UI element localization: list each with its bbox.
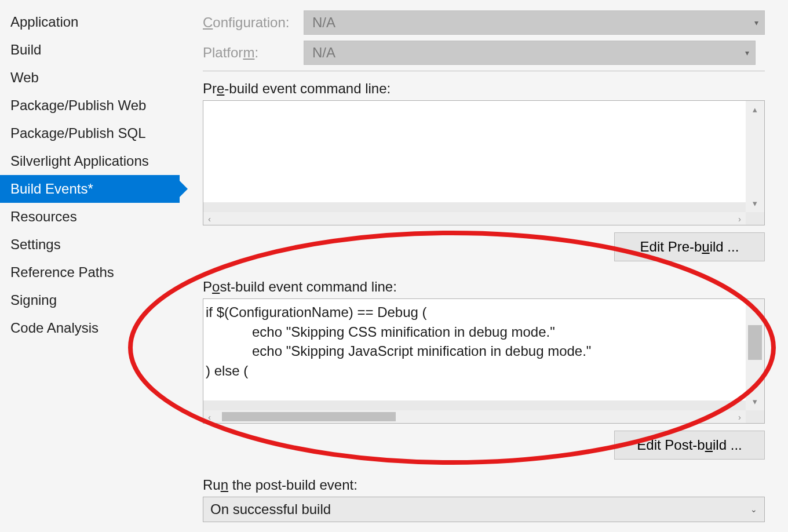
sidebar-item-web[interactable]: Web <box>0 64 180 92</box>
arrow-down-icon[interactable]: ▾ <box>753 396 757 407</box>
sidebar: Application Build Web Package/Publish We… <box>0 0 180 532</box>
edit-prebuild-button[interactable]: Edit Pre-build ... <box>614 232 765 261</box>
scrollbar-vertical[interactable]: ▴ ▾ <box>746 299 764 410</box>
postbuild-textarea-wrap: if $(ConfigurationName) == Debug ( echo … <box>203 298 765 424</box>
chevron-down-icon: ⌄ <box>750 505 757 514</box>
arrow-up-icon[interactable]: ▴ <box>753 303 757 313</box>
run-postbuild-label: Run the post-build event: <box>203 477 765 493</box>
sidebar-item-reference-paths[interactable]: Reference Paths <box>0 258 180 286</box>
sidebar-item-application[interactable]: Application <box>0 8 180 36</box>
sidebar-item-silverlight-applications[interactable]: Silverlight Applications <box>0 147 180 175</box>
run-postbuild-value: On successful build <box>210 501 331 518</box>
scrollbar-thumb[interactable] <box>748 325 762 360</box>
arrow-right-icon[interactable]: › <box>738 412 741 422</box>
configuration-value: N/A <box>312 14 335 31</box>
chevron-down-icon: ▾ <box>745 48 749 57</box>
prebuild-label: Pre-build event command line: <box>203 81 765 97</box>
sidebar-item-build-events[interactable]: Build Events* <box>0 175 180 203</box>
postbuild-textarea[interactable]: if $(ConfigurationName) == Debug ( echo … <box>203 299 746 400</box>
run-postbuild-select[interactable]: On successful build ⌄ <box>203 497 765 522</box>
sidebar-item-settings[interactable]: Settings <box>0 231 180 258</box>
arrow-left-icon[interactable]: ‹ <box>208 214 211 224</box>
sidebar-item-package-publish-web[interactable]: Package/Publish Web <box>0 92 180 119</box>
main-panel: Configuration: N/A ▾ Platform: N/A ▾ Pre… <box>180 0 788 532</box>
sidebar-item-resources[interactable]: Resources <box>0 203 180 231</box>
configuration-select: N/A ▾ <box>304 10 765 35</box>
prebuild-textarea-wrap: ▴ ▾ ‹ › <box>203 100 765 225</box>
divider <box>203 71 765 71</box>
sidebar-item-signing[interactable]: Signing <box>0 286 180 314</box>
sidebar-item-code-analysis[interactable]: Code Analysis <box>0 314 180 342</box>
scrollbar-vertical[interactable]: ▴ ▾ <box>746 101 764 212</box>
prebuild-textarea[interactable] <box>203 101 746 202</box>
scrollbar-horizontal[interactable]: ‹ › <box>203 410 746 423</box>
platform-label: Platform: <box>203 45 304 61</box>
platform-value: N/A <box>312 45 335 61</box>
postbuild-label: Post-build event command line: <box>203 279 765 295</box>
configuration-label: Configuration: <box>203 14 304 31</box>
arrow-left-icon[interactable]: ‹ <box>208 412 211 422</box>
arrow-down-icon[interactable]: ▾ <box>753 198 757 209</box>
chevron-down-icon: ▾ <box>754 18 758 27</box>
scrollbar-horizontal[interactable]: ‹ › <box>203 212 746 225</box>
arrow-right-icon[interactable]: › <box>738 214 741 224</box>
edit-postbuild-button[interactable]: Edit Post-build ... <box>614 431 765 460</box>
sidebar-item-build[interactable]: Build <box>0 36 180 64</box>
platform-select: N/A ▾ <box>304 41 756 65</box>
sidebar-item-package-publish-sql[interactable]: Package/Publish SQL <box>0 119 180 147</box>
scrollbar-thumb[interactable] <box>222 412 396 421</box>
arrow-up-icon[interactable]: ▴ <box>753 104 757 115</box>
